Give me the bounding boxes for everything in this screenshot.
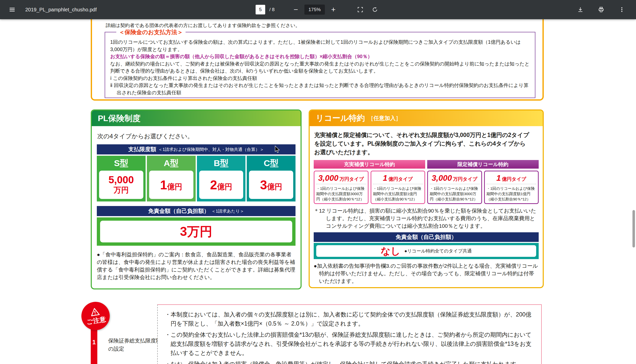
header-rest: ＜1請求あたり＞ (211, 208, 244, 214)
recall-column-headers: 充実補償リコール特約 限定補償リコール特約 (314, 160, 539, 169)
download-icon (577, 7, 583, 13)
recall-panel-body: 充実補償と限定補償について、それぞれ支払限度額が3,000万円と1億円の2タイプ… (310, 126, 543, 288)
recall-rider-panel: リコール特約 ［任意加入］ 充実補償と限定補償について、それぞれ支払限度額が3,… (309, 109, 544, 288)
plan-type-card: C型 3 億円 (247, 156, 296, 201)
deductible-header: 免責金額（自己負担額） ＜1請求あたり＞ (97, 206, 296, 216)
plan-amount: 2 億円 (199, 171, 243, 199)
list-item-i: ⅰ この保険契約のお支払条件により算出された保険金の支払責任額 (110, 75, 530, 82)
warning-triangle-icon (89, 307, 100, 317)
recall-deductible-header: 免責金額（自己負担額） (314, 232, 539, 242)
paragraph: 1回のリコールについてお支払いする保険金の額は、次の算式によります。ただし、1被… (110, 38, 530, 53)
payment-method-box: ＜保険金のお支払方法＞ 1回のリコールについてお支払いする保険金の額は、次の算式… (105, 32, 535, 98)
more-options-button[interactable] (616, 4, 627, 15)
caution-bullet: ・なお、保険金は加入者の損害（賠償金、争訟費用等）が確定し、保険会社に対して保険… (165, 359, 534, 364)
full-coverage-header: 充実補償リコール特約 (314, 160, 425, 169)
deductible-amount: なし (381, 245, 400, 258)
hamburger-icon (9, 6, 15, 13)
menu-button[interactable] (7, 4, 18, 15)
recall-type-card: 3,000 万円タイプ ・1回のリコールおよび保険期間中の支払限度額3000万円… (427, 171, 482, 204)
recall-card-desc: ・1回のリコールおよび保険期間中の支払限度額3000万円（縮小支払割合90％*1… (430, 186, 480, 202)
zoom-in-button[interactable]: + (328, 5, 338, 15)
caution-content-box: ・本制度においては、加入者の個々の支払限度額とは別に、加入者数に応じて契約全体で… (157, 304, 542, 364)
recall-amount: 1 億円タイプ (373, 173, 423, 184)
deductible-amount: 3万円 (100, 221, 292, 242)
zoom-out-button[interactable]: − (291, 5, 301, 15)
amount-value: 1 (160, 178, 167, 192)
amount-value: 3,000 (318, 173, 338, 183)
recall-deductible-area: なし ●リコール特約全てのタイプ共通 (314, 243, 539, 259)
pl-panel-subtitle: 次の4タイプからお選びください。 (97, 132, 296, 140)
pl-insurance-panel: PL保険制度 次の4タイプからお選びください。 支払限度額 ＜1請求および保険期… (91, 109, 302, 289)
fit-page-button[interactable] (355, 4, 366, 15)
toolbar-right-controls (575, 4, 629, 15)
amount-unit: 億円タイプ (502, 176, 526, 182)
pl-panel-title: PL保険制度 (92, 110, 301, 126)
amount-unit: 億円 (267, 182, 282, 192)
rotate-icon (372, 7, 378, 13)
plan-type-card: A型 1 億円 (147, 156, 196, 201)
plan-type-name: A型 (147, 156, 196, 171)
caution-number-bar: 1 (91, 327, 97, 364)
toolbar-center-controls: 5 / 8 − 175% + (256, 4, 380, 15)
deductible-amount-area: 3万円 (97, 217, 296, 246)
recall-amount: 3,000 万円タイプ (430, 173, 480, 184)
caution-badge: ご注意 (79, 300, 112, 332)
payment-formula: お支払いする保険金の額＝損害の額（他人から回収した金額があるときはそれを控除した… (110, 53, 530, 60)
caution-item-label: 保険証券総支払限度額の設定 (108, 337, 163, 353)
footnote-12: ＊12 リコール特約は、損害の額に縮小支払割合90％を乗じた額を保険金としてお支… (314, 207, 539, 230)
paragraph: なお、継続契約の場合において、ご契約者または被保険者が回収決定の原因となった重大… (110, 60, 530, 75)
recall-panel-header: リコール特約 ［任意加入］ (310, 110, 543, 126)
recall-type-card: 1 億円タイプ ・1回のリコールおよび保険期間中の支払限度額1億円（縮小支払割合… (371, 171, 425, 204)
plan-type-name: B型 (197, 156, 246, 171)
recall-card-desc: ・1回のリコールおよび保険期間中の支払限度額3000万円（縮小支払割合90％*1… (316, 186, 366, 202)
recall-type-card: 3,000 万円タイプ ・1回のリコールおよび保険期間中の支払限度額3000万円… (314, 171, 369, 204)
plan-amount: 5,000 万円 (99, 171, 143, 199)
fit-page-icon (357, 7, 363, 13)
header-bold: 免責金額（自己負担額） (396, 233, 457, 241)
header-bold: 免責金額（自己負担額） (148, 207, 209, 215)
pdf-viewer-toolbar: 2019_PL_pamphlet_chusho.pdf 5 / 8 − 175%… (0, 0, 636, 19)
recall-amount: 1 億円タイプ (487, 173, 536, 184)
recall-panel-title: リコール特約 (316, 113, 365, 124)
payment-limit-header: 支払限度額 ＜1請求および保険期間中、対人・対物共通（合算）＞ (97, 144, 296, 154)
plan-type-card: S型 5,000 万円 (97, 156, 146, 201)
recall-panel-title-suffix: ［任意加入］ (368, 115, 401, 122)
rotate-button[interactable] (369, 4, 380, 15)
recall-type-card: 1 億円タイプ ・1回のリコールおよび保険期間中の支払限度額1億円（縮小支払割合… (484, 171, 539, 204)
deductible-note: ●リコール特約全てのタイプ共通 (404, 248, 472, 254)
print-icon (598, 7, 604, 13)
list-item-ii: ⅱ 回収決定の原因となった重大事故の発生またはそのおそれが生じたことを知ったとき… (110, 82, 530, 96)
header-bold: 支払限度額 (128, 146, 156, 153)
zoom-level[interactable]: 175% (304, 5, 325, 15)
caution-bullet: ・この契約全体でお支払いした法律上の損害賠償金*13の額が、保険証券総支払限度額… (165, 330, 534, 357)
recall-amount: 3,000 万円タイプ (316, 173, 366, 184)
scrollbar-thumb[interactable] (632, 210, 635, 247)
caution-item-number: 1 (91, 339, 97, 346)
amount-value: 3,000 (432, 173, 452, 183)
plan-type-name: S型 (97, 156, 146, 171)
pl-panel-note: ●「食中毒利益担保特約」のご案内：飲食店、食品製造業、食品販売業の各事業者の皆様… (97, 251, 296, 281)
header-rest: ＜1請求および保険期間中、対人・対物共通（合算）＞ (158, 147, 264, 152)
amount-unit: 億円タイプ (389, 176, 413, 182)
recall-panel-note: ●加入依頼書の告知事項申告欄3.のご回答の事故件数が2件以上となる場合、充実補償… (314, 262, 539, 285)
amount-value: 5,000 (108, 174, 134, 185)
print-button[interactable] (596, 4, 607, 15)
plan-type-grid: S型 5,000 万円 A型 1 億円 B型 2 (97, 156, 296, 201)
recall-card-grid: 3,000 万円タイプ ・1回のリコールおよび保険期間中の支払限度額3000万円… (314, 171, 539, 204)
page-number-input[interactable]: 5 (256, 5, 265, 14)
amount-unit: 万円 (113, 185, 129, 195)
amount-value: 1 (496, 173, 501, 183)
amount-unit: 億円 (167, 182, 182, 192)
plan-amount: 1 億円 (149, 171, 193, 199)
caution-badge-label: ご注意 (86, 315, 107, 326)
caution-bullet: ・本制度においては、加入者の個々の支払限度額とは別に、加入者数に応じて契約全体で… (165, 310, 534, 328)
mouse-cursor (274, 146, 281, 153)
amount-value: 2 (210, 178, 217, 192)
document-title: 2019_PL_pamphlet_chusho.pdf (25, 7, 97, 13)
recall-card-desc: ・1回のリコールおよび保険期間中の支払限度額1億円（縮小支払割合90％*12） (487, 186, 536, 202)
plan-type-card: B型 2 億円 (197, 156, 246, 201)
download-button[interactable] (575, 4, 586, 15)
amount-value: 3 (260, 178, 267, 192)
recall-card-desc: ・1回のリコールおよび保険期間中の支払限度額1億円（縮小支払割合90％*12） (373, 186, 423, 202)
amount-unit: 万円タイプ (339, 176, 364, 182)
